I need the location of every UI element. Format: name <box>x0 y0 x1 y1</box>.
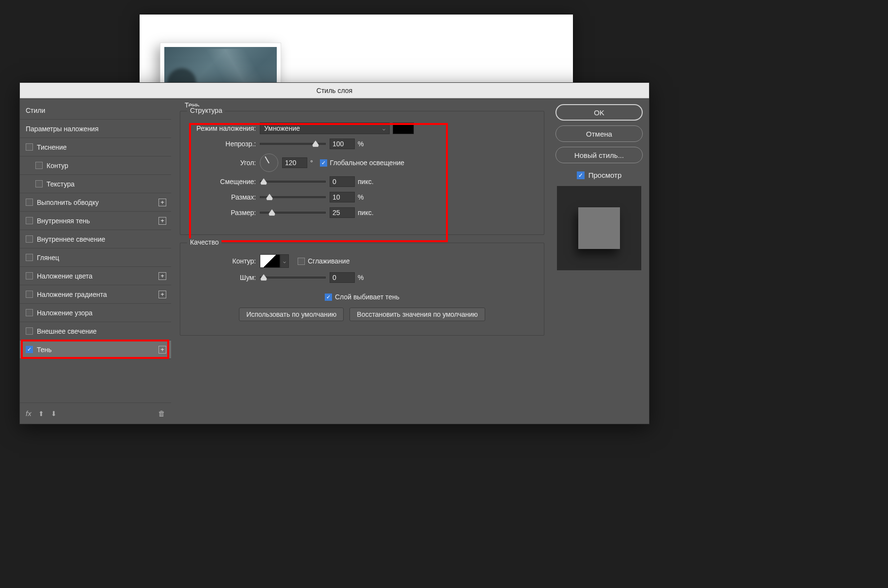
effect-checkbox[interactable] <box>26 235 33 243</box>
effect-checkbox[interactable] <box>26 346 33 353</box>
effect-checkbox[interactable] <box>35 180 43 187</box>
distance-unit: пикс. <box>358 178 374 186</box>
blend-mode-select[interactable]: Умножение ⌵ <box>260 123 390 134</box>
effect-checkbox[interactable] <box>26 217 33 224</box>
sidebar-item-11[interactable]: Тень+ <box>20 340 171 359</box>
dialog-titlebar[interactable]: Стиль слоя <box>20 83 649 98</box>
add-effect-icon[interactable]: + <box>159 199 166 206</box>
distance-slider[interactable] <box>260 181 326 183</box>
blend-mode-value: Умножение <box>264 124 300 132</box>
effect-checkbox[interactable] <box>26 272 33 279</box>
antialias-checkbox[interactable]: Сглаживание <box>298 257 349 265</box>
angle-input[interactable] <box>282 157 307 168</box>
checkmark-icon <box>577 171 585 179</box>
noise-slider[interactable] <box>260 277 326 279</box>
sidebar-item-label: Выполнить обводку <box>37 199 99 206</box>
effect-checkbox[interactable] <box>26 327 33 335</box>
sidebar-blending-label: Параметры наложения <box>26 125 98 133</box>
add-effect-icon[interactable]: + <box>159 217 166 225</box>
sidebar-item-7[interactable]: Наложение цвета+ <box>20 267 171 285</box>
spread-input[interactable] <box>330 192 355 202</box>
contour-thumbnail[interactable] <box>260 254 280 268</box>
move-up-icon[interactable]: ⬆ <box>38 410 44 418</box>
spread-thumb[interactable] <box>266 194 273 201</box>
sidebar-item-label: Наложение цвета <box>37 272 93 280</box>
layer-style-dialog: Стиль слоя Стили Параметры наложения Тис… <box>19 82 650 424</box>
size-label: Размер: <box>187 209 260 217</box>
noise-input[interactable] <box>330 272 355 283</box>
sidebar-styles[interactable]: Стили <box>20 101 171 120</box>
sidebar-item-9[interactable]: Наложение узора <box>20 304 171 322</box>
add-effect-icon[interactable]: + <box>159 291 166 298</box>
opacity-label: Непрозр.: <box>187 140 260 148</box>
size-input[interactable] <box>330 207 355 218</box>
sidebar-item-8[interactable]: Наложение градиента+ <box>20 285 171 304</box>
global-light-label: Глобальное освещение <box>330 159 404 167</box>
reset-default-button[interactable]: Восстановить значения по умолчанию <box>349 308 485 321</box>
sidebar-styles-label: Стили <box>26 107 45 114</box>
knockout-checkbox[interactable]: Слой выбивает тень <box>325 293 399 301</box>
add-effect-icon[interactable]: + <box>159 272 166 280</box>
contour-label: Контур: <box>187 257 260 265</box>
effect-settings-panel: Тень Структура Режим наложения: Умножени… <box>171 98 549 424</box>
noise-label: Шум: <box>187 274 260 281</box>
effects-sidebar: Стили Параметры наложения ТиснениеКонтур… <box>20 98 171 424</box>
sidebar-item-label: Тиснение <box>37 143 67 151</box>
cancel-button[interactable]: Отмена <box>555 125 643 142</box>
structure-legend: Структура <box>187 107 225 114</box>
new-style-button[interactable]: Новый стиль... <box>555 147 643 163</box>
sidebar-item-label: Контур <box>47 162 68 170</box>
noise-thumb[interactable] <box>260 274 267 281</box>
opacity-thumb[interactable] <box>312 140 319 147</box>
fx-icon[interactable]: fx <box>26 409 32 418</box>
contour-dropdown[interactable]: ⌵ <box>280 254 289 268</box>
size-slider[interactable] <box>260 212 326 214</box>
style-preview <box>557 186 641 270</box>
shadow-color-swatch[interactable] <box>393 123 414 134</box>
sidebar-item-0[interactable]: Тиснение <box>20 138 171 156</box>
checkmark-icon <box>325 294 332 301</box>
effect-checkbox[interactable] <box>26 199 33 206</box>
opacity-input[interactable] <box>330 139 355 149</box>
sidebar-item-label: Глянец <box>37 254 59 262</box>
ok-button[interactable]: OK <box>555 104 643 121</box>
spread-slider[interactable] <box>260 196 326 198</box>
preview-checkbox[interactable]: Просмотр <box>577 171 622 179</box>
sidebar-item-label: Внутренняя тень <box>37 217 90 225</box>
opacity-unit: % <box>358 140 364 148</box>
checkbox-empty-icon <box>298 258 305 265</box>
sidebar-item-4[interactable]: Внутренняя тень+ <box>20 212 171 230</box>
effect-checkbox[interactable] <box>26 291 33 298</box>
distance-label: Смещение: <box>187 178 260 186</box>
quality-legend: Качество <box>187 238 222 246</box>
add-effect-icon[interactable]: + <box>159 346 166 354</box>
sidebar-item-5[interactable]: Внутреннее свечение <box>20 230 171 248</box>
dialog-title: Стиль слоя <box>317 87 352 94</box>
make-default-button[interactable]: Использовать по умолчанию <box>239 308 344 321</box>
sidebar-item-1[interactable]: Контур <box>20 156 171 175</box>
sidebar-item-6[interactable]: Глянец <box>20 248 171 267</box>
sidebar-item-label: Наложение узора <box>37 309 93 317</box>
sidebar-blending-options[interactable]: Параметры наложения <box>20 120 171 138</box>
effect-checkbox[interactable] <box>26 143 33 151</box>
chevron-down-icon: ⌵ <box>382 126 385 131</box>
effect-checkbox[interactable] <box>26 254 33 261</box>
angle-dial[interactable] <box>260 154 278 172</box>
blend-mode-label: Режим наложения: <box>187 124 260 132</box>
opacity-slider[interactable] <box>260 143 326 145</box>
distance-input[interactable] <box>330 176 355 187</box>
move-down-icon[interactable]: ⬇ <box>51 410 57 418</box>
distance-thumb[interactable] <box>260 178 267 185</box>
effect-checkbox[interactable] <box>26 309 33 316</box>
effect-checkbox[interactable] <box>35 162 43 169</box>
spread-unit: % <box>358 193 364 201</box>
sidebar-item-3[interactable]: Выполнить обводку+ <box>20 193 171 212</box>
sidebar-item-label: Внешнее свечение <box>37 327 96 335</box>
trash-icon[interactable]: 🗑 <box>158 409 165 418</box>
sidebar-item-label: Тень <box>37 346 52 354</box>
sidebar-item-2[interactable]: Текстура <box>20 175 171 193</box>
sidebar-footer: fx ⬆ ⬇ 🗑 <box>20 402 171 424</box>
sidebar-item-10[interactable]: Внешнее свечение <box>20 322 171 340</box>
size-thumb[interactable] <box>269 209 275 216</box>
global-light-checkbox[interactable]: Глобальное освещение <box>320 159 404 167</box>
